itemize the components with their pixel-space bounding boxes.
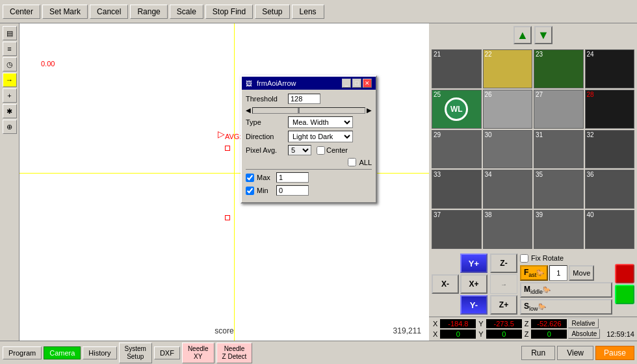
left-icon-circle[interactable]: ⊕ xyxy=(3,120,17,134)
grid-cell-38[interactable]: 38 xyxy=(483,210,533,249)
fast-button[interactable]: Fast🐎 xyxy=(520,265,548,281)
cell-num-28: 28 xyxy=(587,91,594,98)
x-minus-button[interactable]: X- xyxy=(432,274,459,294)
fix-rotate-checkbox[interactable] xyxy=(520,254,528,263)
scroll-up-button[interactable]: ▲ xyxy=(514,26,532,44)
view-button[interactable]: View xyxy=(557,346,593,360)
setup-button[interactable]: Setup xyxy=(255,5,289,19)
stop-indicator[interactable] xyxy=(615,264,634,283)
x-value: -184.8 xyxy=(440,319,476,328)
dialog-controls: _ □ ✕ xyxy=(342,79,372,88)
y-value: -273.5 xyxy=(486,319,522,328)
grid-cell-29[interactable]: 29 xyxy=(432,130,482,169)
time-display: 12:59:14 xyxy=(606,330,634,338)
dxf-button[interactable]: DXF xyxy=(154,346,180,359)
pause-button[interactable]: Pause xyxy=(595,346,634,360)
z-label: Z xyxy=(523,319,530,328)
threshold-input[interactable] xyxy=(288,94,320,104)
left-icon-star[interactable]: ✱ xyxy=(3,104,17,118)
history-button[interactable]: History xyxy=(83,346,116,359)
lens-button[interactable]: Lens xyxy=(292,5,324,19)
cancel-button[interactable]: Cancel xyxy=(90,5,128,19)
system-setup-button[interactable]: SystemSetup xyxy=(119,343,152,363)
grid-cell-31[interactable]: 31 xyxy=(534,130,584,169)
camera-button[interactable]: Camera xyxy=(44,346,81,359)
stop-find-button[interactable]: Stop Find xyxy=(205,5,253,19)
grid-cell-40[interactable]: 40 xyxy=(585,210,635,249)
max-checkbox[interactable] xyxy=(246,174,254,182)
type-select[interactable]: Mea. Width xyxy=(288,116,353,128)
min-checkbox[interactable] xyxy=(246,187,254,195)
left-icon-arrow[interactable]: → xyxy=(3,73,17,87)
scroll-down-button[interactable]: ▼ xyxy=(534,26,552,44)
dialog-minimize[interactable]: _ xyxy=(342,79,351,88)
dialog-close[interactable]: ✕ xyxy=(363,79,372,88)
absolute-button[interactable]: Absolute xyxy=(568,329,600,339)
needle-xy-button[interactable]: NeedleXY xyxy=(182,343,214,363)
grid-cell-34[interactable]: 34 xyxy=(483,170,533,209)
bottom-toolbar: Program Camera History SystemSetup DXF N… xyxy=(0,341,637,364)
image-grid: 21 22 23 24 25 WL 26 27 xyxy=(429,47,637,252)
cell-num-29: 29 xyxy=(434,131,441,138)
all-checkbox[interactable] xyxy=(348,158,356,166)
left-icon-1[interactable]: ▤ xyxy=(3,26,17,40)
move-num-input[interactable] xyxy=(549,265,567,281)
left-icon-cross[interactable]: + xyxy=(3,88,17,103)
max-input[interactable] xyxy=(276,172,309,183)
grid-cell-24[interactable]: 24 xyxy=(585,49,635,88)
grid-cell-27[interactable]: 27 xyxy=(534,90,584,129)
y2-value: 0 xyxy=(486,330,522,339)
grid-cell-36[interactable]: 36 xyxy=(585,170,635,209)
direction-select[interactable]: Light to Dark xyxy=(288,131,353,142)
center-button[interactable]: Center xyxy=(3,5,40,19)
center-label: Center xyxy=(326,146,348,154)
frmAoiArrow-dialog: 🖼 frmAoiArrow _ □ ✕ Threshold ◀ xyxy=(240,75,377,203)
grid-cell-21[interactable]: 21 xyxy=(432,49,482,88)
left-panel: ▤ ≡ ◷ → + ✱ ⊕ xyxy=(0,23,20,341)
y-plus-button[interactable]: Y+ xyxy=(460,254,488,273)
grid-cell-35[interactable]: 35 xyxy=(534,170,584,209)
dialog-separator xyxy=(246,169,372,170)
coord-bar: X -184.8 Y -273.5 Z -52.626 Relative X 0… xyxy=(429,317,637,341)
grid-cell-32[interactable]: 32 xyxy=(585,130,635,169)
grid-cell-37[interactable]: 37 xyxy=(432,210,482,249)
x-plus-button[interactable]: X+ xyxy=(460,274,488,294)
cell-num-39: 39 xyxy=(536,211,543,218)
relative-button[interactable]: Relative xyxy=(568,318,598,328)
center-checkbox[interactable] xyxy=(317,146,325,155)
grid-cell-23[interactable]: 23 xyxy=(534,49,584,88)
min-input[interactable] xyxy=(276,185,309,196)
slow-button[interactable]: Slow🐎 xyxy=(520,299,612,315)
move-button[interactable]: Move xyxy=(569,265,594,281)
z-empty: → xyxy=(490,274,517,294)
y2-label: Y xyxy=(477,330,484,339)
set-mark-button[interactable]: Set Mark xyxy=(42,5,88,19)
pixel-avg-select[interactable]: 5 xyxy=(288,145,311,155)
z2-value: 0 xyxy=(531,330,567,339)
dialog-titlebar: 🖼 frmAoiArrow _ □ ✕ xyxy=(242,77,376,90)
grid-cell-30[interactable]: 30 xyxy=(483,130,533,169)
grid-cell-39[interactable]: 39 xyxy=(534,210,584,249)
middle-button[interactable]: Middle🐎 xyxy=(520,282,612,298)
min-row: Min xyxy=(246,185,372,196)
grid-cell-25[interactable]: 25 WL xyxy=(432,90,482,129)
range-button[interactable]: Range xyxy=(130,5,167,19)
left-icon-2[interactable]: ≡ xyxy=(3,42,17,56)
z-minus-button[interactable]: Z- xyxy=(490,254,517,273)
go-indicator[interactable] xyxy=(615,285,634,304)
run-button[interactable]: Run xyxy=(521,346,555,360)
scale-button[interactable]: Scale xyxy=(170,5,203,19)
grid-cell-33[interactable]: 33 xyxy=(432,170,482,209)
needle-z-button[interactable]: NeedleZ Detect xyxy=(216,343,253,363)
dialog-restore[interactable]: □ xyxy=(352,79,361,88)
canvas-top-label: 0.00 xyxy=(41,60,55,68)
z-plus-button[interactable]: Z+ xyxy=(490,295,517,315)
left-icon-3[interactable]: ◷ xyxy=(3,57,17,72)
grid-cell-22[interactable]: 22 xyxy=(483,49,533,88)
y-minus-button[interactable]: Y- xyxy=(460,295,488,315)
program-button[interactable]: Program xyxy=(3,346,42,359)
cell-num-31: 31 xyxy=(536,131,543,138)
min-label: Min xyxy=(257,187,276,194)
grid-cell-26[interactable]: 26 xyxy=(483,90,533,129)
grid-cell-28[interactable]: 28 xyxy=(585,90,635,129)
